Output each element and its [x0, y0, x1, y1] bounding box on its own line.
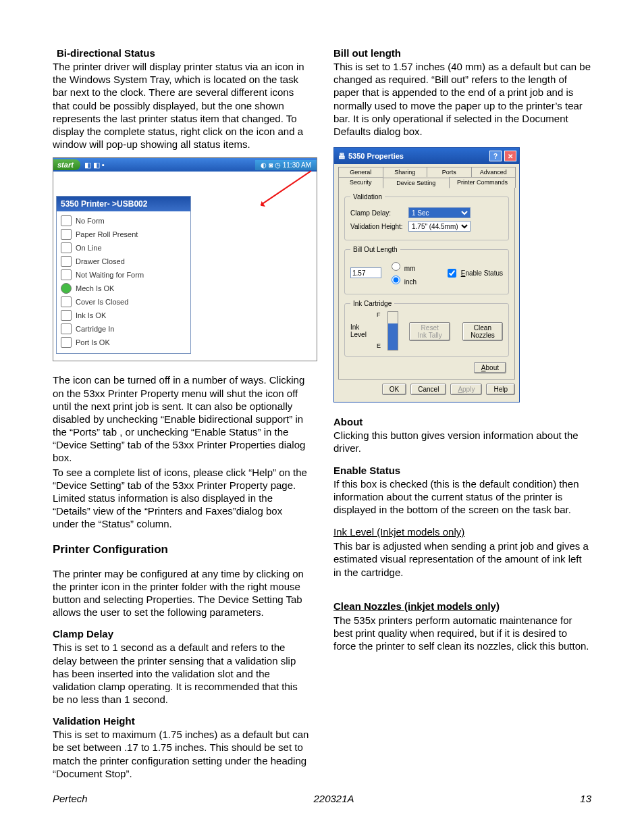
select-validation-height[interactable]: 1.75" (44.5mm) [408, 221, 471, 232]
fieldset-ink-cartridge: Ink Cartridge Ink Level FE Reset Ink Tal… [344, 300, 509, 357]
help-icon[interactable]: ? [489, 151, 502, 161]
arrow-annotation [261, 170, 312, 205]
status-row: Port Is OK [59, 336, 188, 349]
ink-icon [61, 310, 72, 321]
mech-icon [61, 283, 72, 294]
clean-nozzles-button[interactable]: Clean Nozzles [462, 322, 503, 341]
cancel-button[interactable]: Cancel [410, 384, 446, 395]
fieldset-validation: Validation Clamp Delay: 1 Sec Validation… [344, 193, 509, 240]
heading-clamp-delay: Clamp Delay [53, 628, 311, 640]
footer-left: Pertech [53, 793, 88, 804]
para-icon-list: To see a complete list of icons, please … [53, 466, 311, 531]
tab-sharing[interactable]: Sharing [383, 167, 428, 177]
cartridge-icon [61, 323, 72, 334]
heading-printer-config: Printer Configuration [53, 543, 311, 556]
select-clamp-delay[interactable]: 1 Sec [408, 207, 471, 218]
close-icon[interactable]: ✕ [504, 151, 516, 161]
status-row: Paper Roll Present [59, 228, 188, 241]
label-validation-height: Validation Height: [350, 223, 404, 230]
waiting-icon [61, 269, 72, 280]
checkbox-enable-status[interactable] [448, 269, 456, 278]
dialog-titlebar: 🖶 5350 Properties ? ✕ [334, 148, 519, 164]
screenshot-taskbar-popup: start ◧ ◧ ▪ ◐ ◙ ◷ 11:30 AM 5350 Printer-… [53, 157, 317, 361]
legend-ink-cartridge: Ink Cartridge [350, 300, 394, 307]
online-icon [61, 242, 72, 253]
para-ink-level: This bar is adjusted when sending a prin… [333, 540, 591, 579]
radio-inch[interactable]: inch [388, 273, 417, 286]
ok-button[interactable]: OK [382, 384, 406, 395]
start-button[interactable]: start [53, 159, 80, 170]
heading-clean-nozzles: Clean Nozzles (inkjet models only) [333, 600, 500, 612]
input-bill-out[interactable] [350, 267, 381, 278]
tab-general[interactable]: General [338, 167, 383, 177]
status-row: On Line [59, 241, 188, 255]
tab-printer-commands[interactable]: Printer Commands [449, 177, 516, 188]
taskbar: start ◧ ◧ ▪ ◐ ◙ ◷ 11:30 AM [53, 158, 317, 172]
para-bidirectional: The printer driver will display printer … [53, 60, 311, 151]
fieldset-bill-out: Bill Out Length mm inch EEnable Statusna… [344, 246, 509, 294]
form-icon [61, 215, 72, 226]
para-validation: This is set to maximum (1.75 inches) as … [53, 728, 311, 780]
popup-title: 5350 Printer- >USB002 [57, 197, 190, 211]
status-row: Mech Is OK [59, 282, 188, 295]
paper-roll-icon [61, 229, 72, 240]
status-row: No Form [59, 214, 188, 228]
para-bill-out: This is set to 1.57 inches (40 mm) as a … [333, 60, 591, 138]
status-row: Cartridge In [59, 322, 188, 336]
para-clamp: This is set to 1 second as a default and… [53, 641, 311, 706]
printer-icon: 🖶 [338, 152, 346, 160]
heading-enable-status: Enable Status [333, 465, 591, 476]
status-row: Cover Is Closed [59, 295, 188, 309]
drawer-icon [61, 256, 72, 267]
tab-device-setting[interactable]: Device Setting [383, 178, 450, 188]
label-enable-status: EEnable Statusnable Status [461, 269, 503, 277]
para-config: The printer may be configured at any tim… [53, 567, 311, 619]
heading-validation-height: Validation Height [53, 715, 311, 727]
para-clean-nozzles: The 535x printers perform automatic main… [333, 614, 591, 653]
printer-status-popup: 5350 Printer- >USB002 No Form Paper Roll… [56, 196, 191, 354]
apply-button[interactable]: Apply [450, 384, 482, 395]
help-button[interactable]: Help [486, 384, 515, 395]
status-row: Drawer Closed [59, 255, 188, 268]
legend-bill-out: Bill Out Length [350, 246, 400, 253]
label-ink-level: Ink Level [350, 323, 370, 338]
radio-mm[interactable]: mm [388, 260, 417, 272]
port-icon [61, 337, 72, 348]
footer-right: 13 [580, 793, 591, 804]
para-enable-status: If this box is checked (this is the defa… [333, 477, 591, 517]
reset-ink-button[interactable]: Reset Ink Tally [409, 322, 450, 341]
legend-validation: Validation [350, 193, 385, 201]
tab-security[interactable]: Security [338, 177, 383, 188]
dialog-title: 5350 Properties [348, 152, 404, 160]
heading-bidirectional: Bi-directional Status [57, 47, 311, 59]
status-row: Not Waiting for Form [59, 268, 188, 282]
heading-bill-out: Bill out length [333, 47, 591, 59]
properties-dialog: 🖶 5350 Properties ? ✕ General Sharing Po… [333, 147, 520, 402]
ink-level-bar [387, 311, 398, 350]
about-button[interactable]: AAboutbout [474, 362, 506, 373]
tab-ports[interactable]: Ports [427, 167, 472, 177]
status-row: Ink Is OK [59, 309, 188, 322]
tab-advanced[interactable]: Advanced [471, 167, 516, 177]
footer-center: 220321A [313, 793, 354, 804]
para-about: Clicking this button gives version infor… [333, 429, 591, 454]
heading-ink-level: Ink Level (Inkjet models only) [333, 526, 464, 538]
system-tray[interactable]: ◐ ◙ ◷ 11:30 AM [255, 160, 317, 170]
heading-about: About [333, 416, 591, 427]
para-icon-off: The icon can be turned off in a number o… [53, 373, 311, 464]
label-clamp-delay: Clamp Delay: [350, 209, 404, 217]
cover-icon [61, 296, 72, 307]
